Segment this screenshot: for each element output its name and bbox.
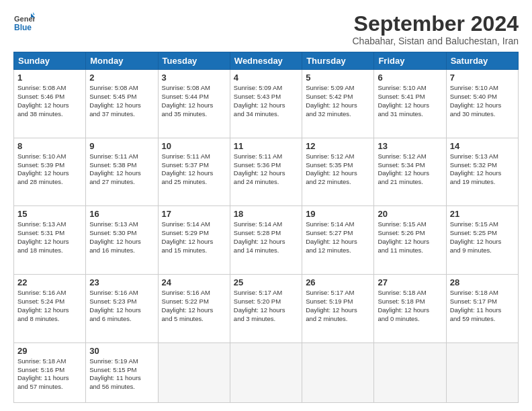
- table-row: 16Sunrise: 5:13 AMSunset: 5:30 PMDayligh…: [86, 206, 158, 275]
- table-row: 27Sunrise: 5:18 AMSunset: 5:18 PMDayligh…: [374, 275, 446, 343]
- table-row: 21Sunrise: 5:15 AMSunset: 5:25 PMDayligh…: [446, 206, 518, 275]
- svg-text:Blue: Blue: [14, 23, 32, 32]
- page: General Blue September 2024 Chabahar, Si…: [0, 0, 532, 411]
- col-monday: Monday: [86, 52, 158, 70]
- col-thursday: Thursday: [302, 52, 374, 70]
- table-row: 15Sunrise: 5:13 AMSunset: 5:31 PMDayligh…: [14, 206, 86, 275]
- month-title: September 2024: [352, 12, 519, 36]
- table-row: 25Sunrise: 5:17 AMSunset: 5:20 PMDayligh…: [230, 275, 302, 343]
- table-row: [446, 342, 518, 402]
- week-row-3: 15Sunrise: 5:13 AMSunset: 5:31 PMDayligh…: [14, 206, 519, 275]
- col-sunday: Sunday: [14, 52, 86, 70]
- table-row: 4Sunrise: 5:09 AMSunset: 5:43 PMDaylight…: [230, 70, 302, 138]
- col-friday: Friday: [374, 52, 446, 70]
- col-saturday: Saturday: [446, 52, 518, 70]
- table-row: [302, 342, 374, 402]
- logo-svg: General Blue: [13, 12, 35, 34]
- table-row: 20Sunrise: 5:15 AMSunset: 5:26 PMDayligh…: [374, 206, 446, 275]
- table-row: 8Sunrise: 5:10 AMSunset: 5:39 PMDaylight…: [14, 138, 86, 206]
- table-row: [374, 342, 446, 402]
- svg-marker-3: [33, 12, 35, 15]
- col-wednesday: Wednesday: [230, 52, 302, 70]
- table-row: [230, 342, 302, 402]
- table-row: 22Sunrise: 5:16 AMSunset: 5:24 PMDayligh…: [14, 275, 86, 343]
- table-row: 18Sunrise: 5:14 AMSunset: 5:28 PMDayligh…: [230, 206, 302, 275]
- week-row-4: 22Sunrise: 5:16 AMSunset: 5:24 PMDayligh…: [14, 275, 519, 343]
- table-row: 3Sunrise: 5:08 AMSunset: 5:44 PMDaylight…: [158, 70, 230, 138]
- week-row-1: 1Sunrise: 5:08 AMSunset: 5:46 PMDaylight…: [14, 70, 519, 138]
- table-row: 5Sunrise: 5:09 AMSunset: 5:42 PMDaylight…: [302, 70, 374, 138]
- location-subtitle: Chabahar, Sistan and Baluchestan, Iran: [352, 36, 519, 46]
- week-row-5: 29Sunrise: 5:18 AMSunset: 5:16 PMDayligh…: [14, 342, 519, 402]
- table-row: 12Sunrise: 5:12 AMSunset: 5:35 PMDayligh…: [302, 138, 374, 206]
- title-section: September 2024 Chabahar, Sistan and Balu…: [352, 12, 519, 46]
- table-row: 7Sunrise: 5:10 AMSunset: 5:40 PMDaylight…: [446, 70, 518, 138]
- table-row: 26Sunrise: 5:17 AMSunset: 5:19 PMDayligh…: [302, 275, 374, 343]
- table-row: 29Sunrise: 5:18 AMSunset: 5:16 PMDayligh…: [14, 342, 86, 402]
- header-row: Sunday Monday Tuesday Wednesday Thursday…: [14, 52, 519, 70]
- col-tuesday: Tuesday: [158, 52, 230, 70]
- table-row: 6Sunrise: 5:10 AMSunset: 5:41 PMDaylight…: [374, 70, 446, 138]
- table-row: 24Sunrise: 5:16 AMSunset: 5:22 PMDayligh…: [158, 275, 230, 343]
- logo: General Blue: [13, 12, 35, 34]
- table-row: 28Sunrise: 5:18 AMSunset: 5:17 PMDayligh…: [446, 275, 518, 343]
- calendar-table: Sunday Monday Tuesday Wednesday Thursday…: [13, 52, 519, 403]
- table-row: 30Sunrise: 5:19 AMSunset: 5:15 PMDayligh…: [86, 342, 158, 402]
- table-row: 10Sunrise: 5:11 AMSunset: 5:37 PMDayligh…: [158, 138, 230, 206]
- table-row: 2Sunrise: 5:08 AMSunset: 5:45 PMDaylight…: [86, 70, 158, 138]
- table-row: 9Sunrise: 5:11 AMSunset: 5:38 PMDaylight…: [86, 138, 158, 206]
- table-row: 23Sunrise: 5:16 AMSunset: 5:23 PMDayligh…: [86, 275, 158, 343]
- week-row-2: 8Sunrise: 5:10 AMSunset: 5:39 PMDaylight…: [14, 138, 519, 206]
- table-row: 13Sunrise: 5:12 AMSunset: 5:34 PMDayligh…: [374, 138, 446, 206]
- table-row: 17Sunrise: 5:14 AMSunset: 5:29 PMDayligh…: [158, 206, 230, 275]
- table-row: 11Sunrise: 5:11 AMSunset: 5:36 PMDayligh…: [230, 138, 302, 206]
- table-row: 1Sunrise: 5:08 AMSunset: 5:46 PMDaylight…: [14, 70, 86, 138]
- table-row: 19Sunrise: 5:14 AMSunset: 5:27 PMDayligh…: [302, 206, 374, 275]
- table-row: 14Sunrise: 5:13 AMSunset: 5:32 PMDayligh…: [446, 138, 518, 206]
- table-row: [158, 342, 230, 402]
- header: General Blue September 2024 Chabahar, Si…: [13, 12, 519, 46]
